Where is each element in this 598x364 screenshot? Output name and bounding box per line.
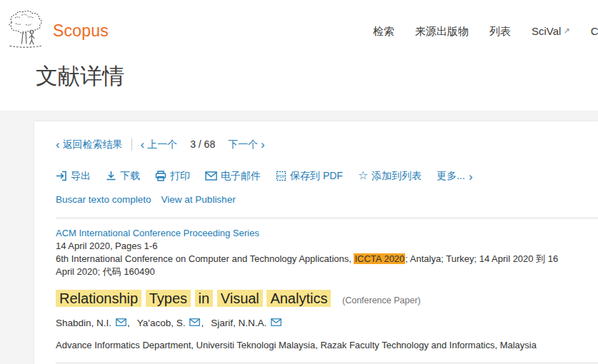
header: Scopus 检索 来源出版物 列表 SciVal↗ C 文献详情 — [0, 0, 598, 111]
author-email-icon[interactable] — [271, 316, 281, 330]
vertical-divider — [131, 138, 132, 151]
next-document-link[interactable]: 下一个 › — [228, 137, 265, 151]
conference-info: 6th International Conference on Computer… — [56, 253, 577, 278]
document-title: Relationship Types in Visual Analytics (… — [56, 288, 577, 310]
results-pager: ‹ 返回检索结果 ‹ 上一个 3 / 68 下一个 › — [56, 121, 577, 151]
nav-item-lists[interactable]: 列表 — [489, 25, 511, 39]
author: Ya'acob, S. — [137, 316, 201, 330]
page-title: 文献详情 — [36, 61, 124, 91]
back-to-results-link[interactable]: ‹ 返回检索结果 — [56, 137, 123, 151]
author-name-link[interactable]: Ya'acob, S. — [137, 316, 186, 330]
export-button[interactable]: 导出 — [56, 168, 91, 183]
title-word-highlight: Analytics — [266, 290, 331, 307]
author: Sjarif, N.N.A. — [211, 316, 281, 330]
source-series-link[interactable]: ACM International Conference Proceeding … — [56, 228, 259, 238]
download-button[interactable]: 下载 — [106, 168, 140, 183]
view-at-publisher-link[interactable]: View at Publisher — [161, 193, 236, 207]
svg-text:PDF: PDF — [277, 174, 286, 178]
print-button[interactable]: 打印 — [155, 168, 190, 183]
chevron-right-icon: › — [469, 171, 473, 183]
author-list: Shabdin, N.I. , Ya'acob, S. , Sjarif, N.… — [56, 316, 577, 330]
page: Scopus 检索 来源出版物 列表 SciVal↗ C 文献详情 ‹ 返回检索… — [0, 0, 598, 364]
fulltext-search-link[interactable]: Buscar texto completo — [56, 193, 151, 207]
email-button[interactable]: 电子邮件 — [205, 168, 261, 183]
nav-item-search[interactable]: 检索 — [373, 25, 394, 39]
chevron-right-icon: › — [261, 138, 265, 151]
date-pages: 14 April 2020, Pages 1-6 — [56, 240, 577, 253]
nav-item-scival[interactable]: SciVal↗ — [532, 25, 570, 39]
save-to-pdf-button[interactable]: PDF 保存到 PDF — [276, 168, 343, 183]
author: Shabdin, N.I. — [56, 316, 126, 330]
nav-item-sources[interactable]: 来源出版物 — [415, 25, 469, 39]
top-navigation: 检索 来源出版物 列表 SciVal↗ C — [373, 25, 598, 39]
section-divider — [56, 363, 598, 363]
title-word-highlight: in — [195, 290, 214, 307]
scopus-wordmark[interactable]: Scopus — [53, 21, 109, 41]
document-type-label: (Conference Paper) — [342, 295, 421, 305]
source-info: ACM International Conference Proceeding … — [56, 227, 577, 278]
title-word-highlight: Visual — [217, 290, 263, 307]
elsevier-tree-logo-icon — [6, 9, 46, 53]
author-name-link[interactable]: Shabdin, N.I. — [56, 316, 111, 330]
add-to-list-button[interactable]: ☆ 添加到列表 — [358, 168, 422, 183]
previous-document-link[interactable]: ‹ 上一个 — [141, 137, 178, 151]
author-separator: , — [201, 316, 204, 330]
section-divider — [56, 218, 598, 218]
author-separator: , — [127, 316, 130, 330]
affiliation-text: Advance Informatics Department, Universi… — [56, 339, 577, 352]
author-email-icon[interactable] — [116, 316, 126, 330]
print-icon — [155, 171, 166, 181]
chevron-left-icon: ‹ — [56, 138, 60, 151]
title-word-highlight: Types — [146, 290, 191, 307]
title-word-highlight: Relationship — [56, 290, 141, 307]
more-button[interactable]: 更多... › — [437, 168, 472, 183]
author-name-link[interactable]: Sjarif, N.N.A. — [211, 316, 266, 330]
external-link-icon: ↗ — [563, 26, 569, 35]
nav-item-clipped[interactable]: C — [591, 25, 598, 39]
email-icon — [205, 171, 217, 181]
search-term-highlight: ICCTA 2020 — [354, 253, 405, 264]
export-icon — [56, 171, 67, 181]
chevron-left-icon: ‹ — [141, 138, 145, 151]
pager-position: 3 / 68 — [190, 137, 215, 151]
action-toolbar: 导出 下载 打印 电子邮件 PDF 保存到 PDF ☆ 添加到列表 — [56, 168, 577, 183]
star-icon: ☆ — [358, 170, 368, 181]
download-icon — [106, 171, 116, 181]
fulltext-links: Buscar texto completo View at Publisher — [56, 193, 577, 207]
author-email-icon[interactable] — [189, 316, 200, 330]
pdf-icon: PDF — [276, 171, 286, 181]
document-detail-card: ‹ 返回检索结果 ‹ 上一个 3 / 68 下一个 › — [34, 121, 598, 364]
